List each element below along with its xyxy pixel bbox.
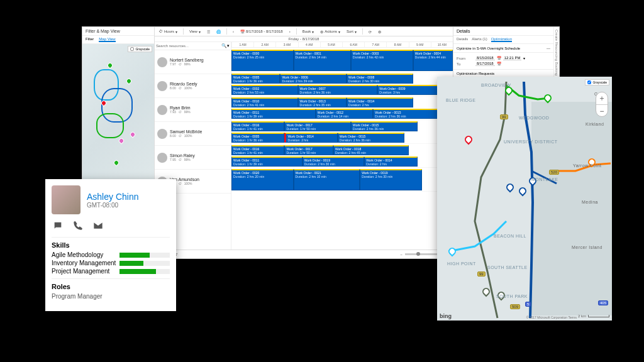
map-scale: 2 km: [578, 314, 609, 318]
resource-row[interactable]: Samuel McBride8.00⏱100%: [155, 122, 231, 146]
schedule-lane: Work Order - 0005Duration: 1 hr 36 minWo…: [231, 72, 453, 96]
resource-name: Nortert Sandberg: [170, 58, 204, 62]
work-order-block[interactable]: Work Order - 0015Duration: 2 hrs 36 min: [351, 121, 418, 131]
work-order-block[interactable]: Work Order - 0013Duration: 2 hrs 35 min: [298, 97, 347, 107]
work-order-block[interactable]: Work Order - 0004Duration: 2 hrs 44 min: [413, 50, 453, 71]
schedule-grid[interactable]: 1 AM2 AM3 AM4 AM5 AM6 AM7 AM8 AM9 AM10 A…: [231, 42, 453, 250]
from-date-input[interactable]: 8/15/2018: [475, 56, 495, 60]
tab-map-view[interactable]: Map View: [99, 37, 115, 42]
work-order-block[interactable]: Work Order - 0010Duration: 2 hrs 41 min: [231, 97, 298, 107]
search-icon[interactable]: 🔍: [221, 43, 227, 48]
sort-dropdown[interactable]: Sort ▾: [345, 29, 358, 35]
work-order-block[interactable]: Work Order - 0006Duration: 2 hrs 39 min: [280, 74, 347, 84]
schedule-lane: Work Order - 0016Duration: 1 hr 41 minWo…: [231, 144, 453, 168]
work-order-block[interactable]: Work Order - 0011Duration: 1 hr 39 min: [231, 156, 303, 167]
resource-row[interactable]: Nortert Sandberg7.97⏱99%: [155, 50, 231, 74]
list-view-icon[interactable]: ☰: [205, 29, 212, 35]
tab-optimization[interactable]: Optimization: [491, 37, 512, 42]
person-name[interactable]: Ashley Chinn: [87, 192, 139, 202]
roles-header: Roles: [52, 278, 170, 290]
resource-row[interactable]: Simon Raley7.95⏱99%: [155, 146, 231, 170]
work-order-block[interactable]: Work Order - 0019Duration: 2 hrs 30 min: [360, 169, 422, 190]
settings-icon[interactable]: ⚙: [376, 29, 383, 35]
work-order-block[interactable]: Work Order - 0008Duration: 2 hrs 30 min: [347, 74, 413, 84]
resource-card: Ashley Chinn GMT-08:00 Skills Agile Meth…: [45, 179, 176, 311]
map-pin[interactable]: [106, 62, 113, 69]
role-value: Program Manager: [52, 293, 170, 300]
tab-filter[interactable]: Filter: [86, 37, 94, 42]
work-order-block[interactable]: Work Order - 0007Duration: 2 hrs 36 min: [298, 85, 378, 95]
avatar: [157, 153, 167, 163]
dropdown-icon[interactable]: ▾: [227, 43, 230, 48]
work-order-block[interactable]: Work Order - 0002Duration: 2 hrs 53 min: [231, 85, 298, 95]
work-order-block[interactable]: Work Order - 0011Duration: 1 hr 39 min: [231, 109, 316, 119]
refresh-icon[interactable]: ⟳: [367, 29, 374, 35]
resource-row[interactable]: Ryan Brim7.93⏱99%: [155, 98, 231, 122]
grayscale-toggle[interactable]: Grayscale: [585, 79, 609, 85]
work-order-block[interactable]: Work Order - 0005Duration: 1 hr 36 min: [231, 133, 284, 143]
avatar: [157, 129, 167, 139]
hours-dropdown[interactable]: ⏱ Hours ▾: [157, 29, 179, 35]
map-pin[interactable]: [125, 77, 132, 84]
work-order-block[interactable]: Work Order - 0016Duration: 1 hr 41 min: [231, 121, 284, 131]
work-order-block[interactable]: Work Order - 0018Duration: 2 hrs 45 min: [333, 145, 409, 155]
resource-search[interactable]: 🔍 ▾: [155, 42, 231, 50]
resource-name: Samuel McBride: [170, 129, 202, 134]
book-dropdown[interactable]: Book ▾: [301, 29, 316, 35]
to-date-input[interactable]: 8/17/2018: [475, 62, 495, 66]
map-pin[interactable]: [118, 137, 125, 144]
schedule-footer: 1 - 17 of 17 − ＋: [155, 250, 453, 258]
zoom-out-icon[interactable]: −: [400, 253, 402, 256]
zoom-in-icon[interactable]: ＋: [598, 92, 606, 104]
resource-name: Ricardo Seely: [170, 82, 197, 86]
run-icon[interactable]: ⋯: [547, 46, 550, 50]
work-order-block[interactable]: Work Order - 0016Duration: 1 hr 41 min: [231, 145, 284, 155]
from-time-input[interactable]: 12:21 PM: [503, 56, 522, 60]
work-order-block[interactable]: Work Order - 0012Duration: 2 hrs 14 min: [316, 109, 374, 119]
work-order-block[interactable]: Work Order - 0001Duration: 2 hrs 14 min: [294, 50, 352, 71]
work-order-block[interactable]: Work Order - 0014Duration: 2 hrs: [284, 133, 337, 143]
view-dropdown[interactable]: View ▾: [187, 29, 203, 35]
work-order-block[interactable]: Work Order - 0015Duration: 2 hrs 36 min: [338, 133, 404, 143]
map-view-icon[interactable]: 🌐: [214, 29, 223, 35]
work-order-block[interactable]: Work Order - 0017Duration: 1 hr 50 min: [284, 145, 333, 155]
work-order-block[interactable]: Work Order - 0003Duration: 2 hrs 42 min: [351, 50, 413, 71]
work-order-block[interactable]: Work Order - 0000Duration: 2 hrs 25 min: [231, 50, 294, 71]
zoom-out-icon[interactable]: −: [599, 106, 604, 116]
skill-row: Project Management: [52, 268, 170, 275]
map-pin[interactable]: [129, 131, 136, 138]
resource-row[interactable]: Ricardo Seely8.00⏱100%: [155, 74, 231, 98]
avatar: [157, 105, 167, 115]
date-next-icon[interactable]: ›: [287, 29, 292, 34]
work-order-block[interactable]: Work Order - 0019Duration: 2 hrs 30 min: [303, 156, 365, 167]
calendar-icon[interactable]: 📅 8/17/2018 - 8/17/2018: [238, 29, 285, 35]
bing-logo: bing: [440, 313, 452, 319]
avatar: [157, 57, 167, 67]
time-header: 1 AM2 AM3 AM4 AM5 AM6 AM7 AM8 AM9 AM10 A…: [231, 42, 453, 48]
tab-alerts[interactable]: Alerts (1): [472, 37, 487, 42]
work-order-block[interactable]: Work Order - 0015Duration: 2 hrs 36 min: [373, 109, 444, 119]
grayscale-toggle-mini[interactable]: Grayscale: [128, 46, 152, 52]
chat-icon[interactable]: [53, 221, 63, 232]
work-order-block[interactable]: Work Order - 0009Duration: 3 hrs: [377, 85, 444, 95]
actions-dropdown[interactable]: ⚙ Actions ▾: [318, 29, 342, 35]
work-order-block[interactable]: Work Order - 0014Duration: 2 hrs: [347, 97, 413, 107]
schedule-date-header: Friday - 8/17/2018: [155, 36, 453, 42]
work-order-block[interactable]: Work Order - 0017Duration: 1 hr 50 min: [284, 121, 351, 131]
phone-icon[interactable]: [73, 221, 83, 232]
tab-details[interactable]: Details: [457, 37, 468, 42]
resource-name: Simon Raley: [170, 153, 195, 158]
route-map[interactable]: BROADVIEW BLUE RIDGE WEDGWOOD UNIVERSITY…: [437, 77, 612, 321]
zoom-control[interactable]: ＋−: [596, 92, 608, 117]
search-input[interactable]: [156, 44, 221, 48]
work-order-block[interactable]: Work Order - 0005Duration: 1 hr 36 min: [231, 74, 280, 84]
email-icon[interactable]: [93, 221, 103, 232]
details-title: Details: [453, 27, 553, 36]
filter-tabs: Filter Map View: [82, 36, 154, 44]
work-order-block[interactable]: Work Order - 0021Duration: 2 hrs 10 min: [294, 169, 360, 190]
date-prev-icon[interactable]: ‹: [231, 29, 236, 34]
map-pin[interactable]: [113, 159, 119, 166]
filter-panel-title: Filter & Map View: [82, 27, 154, 36]
work-order-block[interactable]: Work Order - 0014Duration: 2 hrs: [364, 156, 417, 167]
work-order-block[interactable]: Work Order - 0020Duration: 2 hrs 20 min: [231, 169, 294, 190]
